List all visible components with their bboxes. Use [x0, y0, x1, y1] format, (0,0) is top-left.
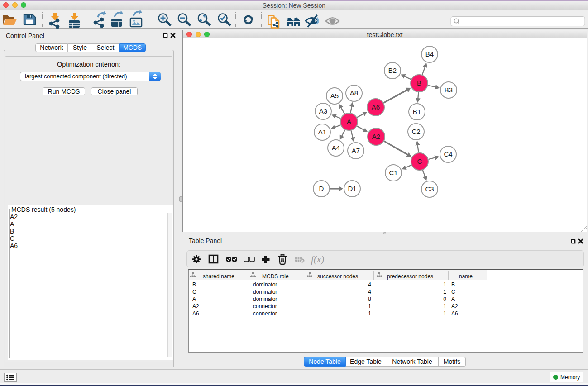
- svg-text:C4: C4: [444, 150, 452, 158]
- svg-text:A5: A5: [330, 92, 339, 100]
- svg-text:C1: C1: [389, 169, 397, 176]
- svg-text:A1: A1: [318, 128, 326, 136]
- svg-text:C2: C2: [411, 128, 420, 135]
- svg-text:B3: B3: [445, 86, 453, 94]
- svg-text:B: B: [417, 79, 421, 87]
- svg-text:A4: A4: [332, 144, 340, 152]
- svg-text:A2: A2: [372, 133, 380, 140]
- svg-text:B4: B4: [425, 50, 434, 58]
- svg-text:A3: A3: [319, 107, 327, 115]
- svg-text:A7: A7: [352, 147, 360, 154]
- svg-text:A: A: [347, 118, 351, 125]
- svg-text:A6: A6: [372, 103, 380, 111]
- svg-text:B2: B2: [388, 67, 397, 74]
- svg-text:C3: C3: [425, 185, 434, 193]
- svg-text:B1: B1: [413, 108, 421, 115]
- svg-text:A8: A8: [350, 89, 358, 97]
- svg-text:D1: D1: [348, 185, 356, 192]
- svg-text:C: C: [417, 157, 422, 165]
- svg-text:f(x): f(x): [311, 254, 324, 265]
- svg-text:D: D: [319, 185, 324, 192]
